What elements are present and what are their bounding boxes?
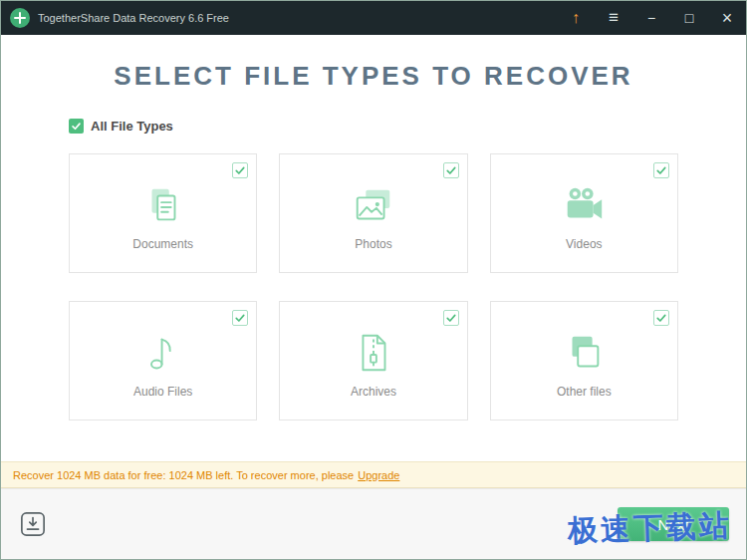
app-window: TogetherShare Data Recovery 6.6 Free ↑ ≡…	[0, 0, 747, 560]
archives-checkbox[interactable]	[443, 310, 459, 326]
all-file-types-row[interactable]: All File Types	[69, 119, 746, 134]
filetype-label: Audio Files	[133, 385, 192, 399]
free-limit-notice: Recover 1024 MB data for free: 1024 MB l…	[1, 461, 746, 488]
maximize-button[interactable]: □	[670, 1, 708, 35]
minimize-button[interactable]: −	[632, 1, 670, 35]
all-file-types-label: All File Types	[91, 119, 173, 134]
update-arrow-icon[interactable]: ↑	[557, 1, 595, 35]
photos-icon	[351, 176, 396, 228]
filetype-grid: Documents Photos	[69, 153, 678, 420]
download-icon	[20, 511, 46, 537]
other-files-checkbox[interactable]	[653, 310, 669, 326]
notice-text: Recover 1024 MB data for free: 1024 MB l…	[13, 469, 354, 481]
menu-button[interactable]: ≡	[595, 1, 632, 35]
zip-file-icon	[351, 324, 396, 376]
filetype-card-archives[interactable]: Archives	[279, 301, 467, 420]
load-session-button[interactable]	[18, 509, 48, 539]
filetype-card-documents[interactable]: Documents	[69, 153, 257, 273]
filetype-label: Photos	[355, 237, 391, 251]
page-title: SELECT FILE TYPES TO RECOVER	[1, 61, 746, 92]
filetype-card-videos[interactable]: Videos	[490, 153, 678, 273]
upgrade-link[interactable]: Upgrade	[358, 469, 399, 481]
filetype-label: Videos	[566, 237, 602, 251]
audio-checkbox[interactable]	[232, 310, 248, 326]
filetype-label: Documents	[132, 237, 193, 251]
documents-icon	[140, 176, 186, 228]
filetype-label: Archives	[351, 385, 396, 399]
documents-checkbox[interactable]	[232, 162, 248, 178]
footer-bar: Next	[1, 488, 746, 559]
filetype-card-photos[interactable]: Photos	[279, 153, 467, 273]
next-button[interactable]: Next	[618, 507, 729, 541]
titlebar: TogetherShare Data Recovery 6.6 Free ↑ ≡…	[1, 1, 746, 35]
filetype-card-other[interactable]: Other files	[490, 301, 678, 420]
main-content: SELECT FILE TYPES TO RECOVER All File Ty…	[1, 35, 746, 461]
filetype-card-audio[interactable]: Audio Files	[69, 301, 257, 420]
app-logo-icon	[10, 8, 30, 28]
other-files-icon	[561, 324, 607, 376]
all-file-types-checkbox[interactable]	[69, 119, 84, 134]
window-title: TogetherShare Data Recovery 6.6 Free	[38, 12, 229, 24]
filetype-label: Other files	[557, 385, 612, 399]
videos-checkbox[interactable]	[653, 162, 669, 178]
videos-icon	[561, 176, 607, 228]
close-button[interactable]: ×	[708, 1, 746, 35]
photos-checkbox[interactable]	[443, 162, 459, 178]
music-note-icon	[140, 324, 186, 376]
